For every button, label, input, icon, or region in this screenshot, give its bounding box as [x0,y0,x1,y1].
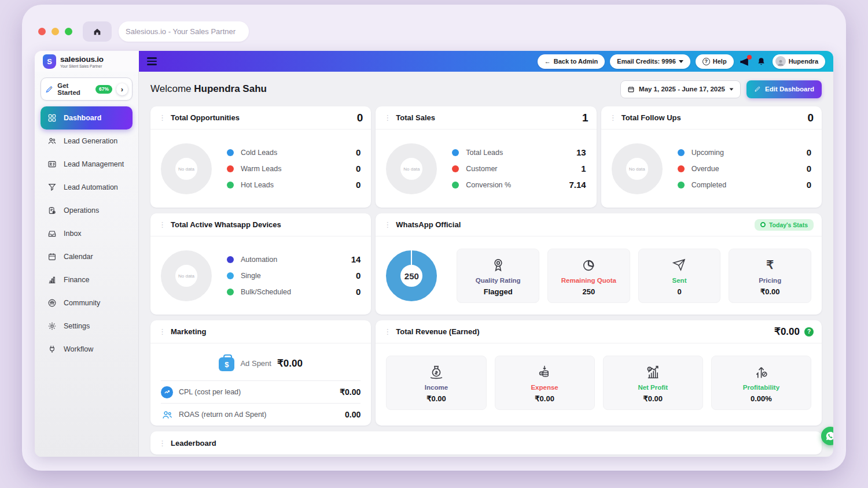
whatsapp-donut-chart: 250 [386,250,437,301]
id-card-icon [47,160,57,169]
app-logo[interactable]: S salesious.io Your Silent Sales Partner [35,51,139,72]
legend-dot [678,182,685,188]
drag-handle-icon[interactable]: ⋮ [159,221,166,228]
user-name: Hupendra [789,58,818,65]
browser-window: Salesious.io - Your Sales Partner S sale… [22,5,846,471]
sidebar-item-dashboard[interactable]: Dashboard [41,106,133,130]
notifications-button[interactable] [756,56,767,67]
drag-handle-icon[interactable]: ⋮ [384,328,391,335]
legend-item: Warm Leads0 [227,164,361,173]
opportunities-donut-chart: No data [161,143,212,194]
legend-dot [678,165,685,172]
sidebar-item-lead-management[interactable]: Lead Management [41,153,133,176]
growth-icon [753,364,769,380]
legend-dot [227,289,234,295]
notification-dot [747,55,752,60]
drag-handle-icon[interactable]: ⋮ [384,114,391,121]
traffic-lights [38,28,72,35]
clipboard-gear-icon [47,206,57,215]
legend-dot [452,165,459,172]
legend-item: Total Leads13 [452,147,586,157]
followups-donut-chart: No data [612,143,663,194]
sidebar-item-lead-automation[interactable]: Lead Automation [41,176,133,199]
sidebar-item-settings[interactable]: Settings [41,315,133,338]
sidebar-item-finance[interactable]: Finance [41,268,133,291]
back-to-admin-button[interactable]: ← Back to Admin [538,54,605,69]
trend-up-icon [163,389,171,396]
calendar-icon [627,86,635,93]
sales-total: 1 [582,112,589,124]
dashboard-main: Welcome Hupendra Sahu May 1, 2025 - June… [139,72,833,457]
brand-shield-icon: S [43,54,56,69]
opportunities-total: 0 [357,112,363,124]
arrow-left-icon: ← [545,58,551,65]
help-button[interactable]: ? Help [696,54,734,69]
chevron-down-icon [679,60,683,63]
drag-handle-icon[interactable]: ⋮ [384,221,391,228]
browser-chrome: Salesious.io - Your Sales Partner [22,5,846,51]
sent-tile: Sent 0 [638,249,721,303]
legend-item: Cold Leads0 [227,147,361,157]
sidebar-item-lead-generation[interactable]: Lead Generation [41,130,133,153]
legend-item: Automation14 [227,254,361,264]
legend-item: Conversion %7.14 [452,180,586,190]
page-title: Welcome Hupendra Sahu [150,83,267,95]
minimize-window-button[interactable] [52,28,59,35]
devices-donut-chart: No data [161,250,212,301]
revenue-help-icon[interactable]: ? [804,327,814,337]
marketing-card: ⋮ Marketing $ Ad Spent ₹0.00 CPL (cost p… [150,320,371,426]
user-menu[interactable]: Hupendra [773,54,825,69]
net-profit-tile: Net Profit ₹0.00 [603,356,703,410]
sidebar-item-workflow[interactable]: Workflow [41,338,133,361]
followups-total: 0 [807,112,814,124]
app-window: S salesious.io Your Silent Sales Partner… [35,51,833,457]
drag-handle-icon[interactable]: ⋮ [159,114,166,121]
funnel-icon [47,183,57,192]
sidebar-item-calendar[interactable]: Calendar [41,245,133,268]
announcements-button[interactable] [739,56,751,67]
quality-rating-tile: Quality Rating Flagged [457,249,539,303]
inbox-icon [47,229,57,238]
get-started-card[interactable]: Get Started 67% › [41,77,133,101]
status-dot-icon [760,222,766,227]
get-started-label: Get Started [57,82,91,96]
cpl-row: CPL (cost per lead) ₹0.00 [161,380,361,403]
close-window-button[interactable] [38,28,46,35]
brand-tagline: Your Silent Sales Partner [60,64,104,68]
date-range-picker[interactable]: May 1, 2025 - June 17, 2025 [620,80,741,98]
zoom-window-button[interactable] [65,28,72,35]
rocket-icon [45,85,53,94]
pricing-tile: ₹ Pricing ₹0.00 [729,249,811,303]
edit-dashboard-button[interactable]: Edit Dashboard [746,80,822,98]
income-tile: Income ₹0.00 [386,356,486,410]
sidebar-item-inbox[interactable]: Inbox [41,222,133,245]
drag-handle-icon[interactable]: ⋮ [609,114,617,121]
coins-icon [537,364,552,379]
avatar [775,56,786,66]
legend-item: Single0 [227,271,361,280]
legend-item: Upcoming0 [678,147,811,157]
chevron-right-icon[interactable]: › [116,83,128,95]
home-button[interactable] [83,21,112,42]
sales-donut-chart: No data [386,143,437,194]
email-credits-dropdown[interactable]: Email Credits: 9996 [610,54,690,69]
date-range-value: May 1, 2025 - June 17, 2025 [639,86,725,93]
ad-spent-summary: $ Ad Spent ₹0.00 [161,347,361,380]
drag-handle-icon[interactable]: ⋮ [159,328,166,335]
pie-chart-icon [581,257,596,272]
sidebar-item-community[interactable]: Community [41,291,133,315]
drag-handle-icon[interactable]: ⋮ [159,439,166,447]
money-bag-icon [428,364,444,380]
legend-item: Overdue0 [678,164,811,173]
sidebar-item-operations[interactable]: Operations [41,199,133,222]
legend-dot [452,182,459,188]
users-icon [47,136,57,146]
paper-plane-icon [672,258,686,272]
progress-badge: 67% [95,85,112,94]
total-opportunities-card: ⋮ Total Opportunities 0 No data Cold Lea… [150,106,371,208]
medal-icon [491,257,506,272]
hamburger-menu-icon[interactable] [147,56,157,66]
browser-tab[interactable]: Salesious.io - Your Sales Partner [119,21,249,42]
rupee-icon: ₹ [766,256,774,273]
calendar-icon [47,252,57,261]
